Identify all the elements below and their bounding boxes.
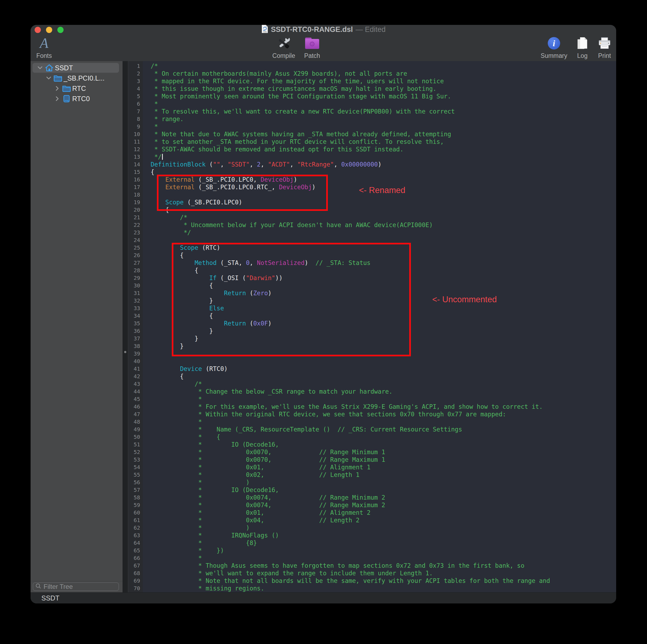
status-path: SSDT <box>42 594 60 602</box>
code-line: 33 Else <box>128 304 616 312</box>
line-number: 40 <box>128 357 143 365</box>
line-number: 14 <box>128 161 143 168</box>
code-line-text: * Though Asus seems to have forgotten to… <box>143 562 524 569</box>
code-line: 4 * this issue though in extreme circums… <box>128 85 616 92</box>
window-title-group: DSL SSDT-RTC0-RANGE.dsl — Edited <box>261 25 385 34</box>
splitter-handle-icon <box>124 351 126 353</box>
line-number: 1 <box>128 62 143 70</box>
line-number: 65 <box>128 547 143 554</box>
code-line-text: Scope (_SB.PCI0.LPC0) <box>143 198 242 206</box>
code-line: 9 * <box>128 123 616 130</box>
code-line: 55 * 0x02, // Length 1 <box>128 471 616 479</box>
compile-button[interactable]: Compile <box>272 34 296 60</box>
line-number: 46 <box>128 403 143 410</box>
code-line-text: } <box>143 342 184 350</box>
line-number: 20 <box>128 206 143 214</box>
code-line: 3 * mapped in the RTC device. For the ma… <box>128 77 616 85</box>
chevron-right-icon[interactable] <box>54 96 61 101</box>
line-number: 35 <box>128 320 143 327</box>
code-line: 51 * IO (Decode16, <box>128 441 616 448</box>
line-number: 3 <box>128 77 143 85</box>
code-line-text: * 0x04, // Length 2 <box>143 516 359 524</box>
code-line-text: * 0x0074, // Range Maximum 2 <box>143 501 385 509</box>
code-line-text: * Name (_CRS, ResourceTemplate () // _CR… <box>143 425 462 433</box>
code-line: 64 * {8} <box>128 539 616 547</box>
code-line: 23 */ <box>128 229 616 236</box>
code-line: 7 * To resolve this, we'll want to creat… <box>128 107 616 115</box>
fonts-button[interactable]: A Fonts <box>32 34 56 60</box>
sidebar-splitter[interactable] <box>123 61 128 593</box>
log-button[interactable]: Log <box>570 34 594 60</box>
code-line: 58 * 0x0074, // Range Minimum 2 <box>128 494 616 501</box>
text-cursor <box>162 154 163 160</box>
minimize-button[interactable] <box>46 27 52 33</box>
code-line-text: } <box>143 327 213 335</box>
compile-tools-icon <box>277 35 291 52</box>
chevron-down-icon[interactable] <box>45 76 52 80</box>
code-line: 19 Scope (_SB.PCI0.LPC0) <box>128 198 616 206</box>
code-area[interactable]: 1/*2 * On certain motherboards(mainly As… <box>128 61 616 592</box>
line-number: 37 <box>128 335 143 342</box>
code-line-text: * Uncomment below if your ACPI doesn't h… <box>143 221 433 229</box>
chevron-down-icon[interactable] <box>37 66 44 70</box>
annotation-renamed-label: <- Renamed <box>359 185 405 195</box>
code-line-text: /* <box>143 380 202 388</box>
code-line-text: * To resolve this, we'll want to create … <box>143 107 455 115</box>
traffic-lights <box>34 25 64 34</box>
line-number: 25 <box>128 244 143 251</box>
code-line: 52 * 0x0070, // Range Minimum 1 <box>128 448 616 456</box>
filter-tree-input[interactable]: Filter Tree <box>33 582 119 591</box>
line-number: 9 <box>128 123 143 130</box>
summary-button[interactable]: i Summary <box>541 34 568 60</box>
code-line: 2 * On certain motherboards(mainly Asus … <box>128 70 616 77</box>
close-button[interactable] <box>34 27 41 33</box>
code-line: 20 { <box>128 206 616 214</box>
log-label: Log <box>577 52 587 60</box>
line-number: 27 <box>128 259 143 266</box>
code-line: 53 * 0x0070, // Range Maximum 1 <box>128 456 616 463</box>
code-line-text: Scope (RTC) <box>143 244 220 251</box>
code-line: 8 * range. <box>128 115 616 123</box>
code-line-text: * Change the below _CSR range to match y… <box>143 388 392 395</box>
code-line-text: * On certain motherboards(mainly Asus X2… <box>143 70 407 77</box>
line-number: 13 <box>128 153 143 161</box>
filter-bar: Filter Tree <box>30 581 123 593</box>
code-line-text: * IO (Decode16, <box>143 486 279 494</box>
patch-button[interactable]: ⚙ Patch <box>300 34 324 60</box>
sidebar-item-sb-pci0-l[interactable]: _SB.PCI0.L... <box>30 73 123 83</box>
sidebar-item-rtc0[interactable]: RTC0 <box>30 93 123 104</box>
main-area: SSDT_SB.PCI0.L...RTCRTC0 Filter Tree 1 <box>30 61 616 593</box>
zoom-button[interactable] <box>57 27 64 33</box>
code-line: 32 } <box>128 297 616 304</box>
code-line: 1/* <box>128 62 616 70</box>
code-line-text: * }) <box>143 547 224 554</box>
line-number: 50 <box>128 433 143 441</box>
code-line-text: DefinitionBlock ("", "SSDT", 2, "ACDT", … <box>143 161 381 168</box>
code-line-text: Return (0x0F) <box>143 320 272 327</box>
code-line-text: * Within the original RTC device, we see… <box>143 410 506 418</box>
code-line-text: * <box>143 123 158 130</box>
code-line-text <box>143 191 151 198</box>
line-number: 38 <box>128 342 143 350</box>
line-number: 45 <box>128 395 143 403</box>
code-line-text: Method (_STA, 0, NotSerialized) // _STA:… <box>143 259 371 266</box>
line-number: 5 <box>128 92 143 100</box>
sidebar-item-ssdt[interactable]: SSDT <box>30 63 123 73</box>
print-button[interactable]: Print <box>592 34 616 60</box>
line-number: 67 <box>128 562 143 569</box>
code-line-text: { <box>143 251 184 259</box>
code-line: 45 * <box>128 395 616 403</box>
printer-icon <box>598 35 611 52</box>
code-line-text: { <box>143 266 198 274</box>
code-line: 27 Method (_STA, 0, NotSerialized) // _S… <box>128 259 616 266</box>
line-number: 17 <box>128 183 143 191</box>
window-edited-state: — Edited <box>355 25 385 34</box>
code-line: 15{ <box>128 168 616 176</box>
patch-label: Patch <box>304 52 320 60</box>
code-line: 13 */ <box>128 153 616 161</box>
line-number: 24 <box>128 236 143 244</box>
sidebar-item-rtc[interactable]: RTC <box>30 83 123 93</box>
editor: 1/*2 * On certain motherboards(mainly As… <box>128 61 616 593</box>
code-line-text: * <box>143 418 202 425</box>
chevron-right-icon[interactable] <box>54 86 61 91</box>
